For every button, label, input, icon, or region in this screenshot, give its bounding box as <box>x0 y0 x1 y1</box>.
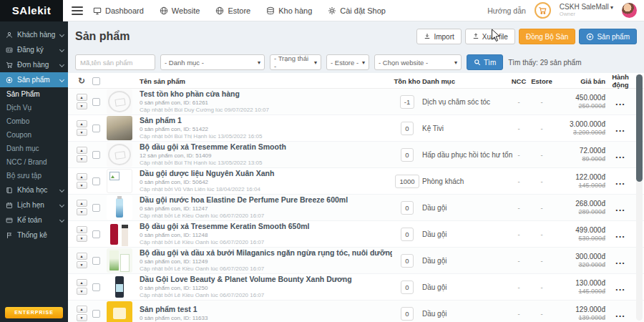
product-name[interactable]: Dầu gội dược liệu Nguyên Xuân Xanh <box>140 169 392 178</box>
sync-marketplace-button[interactable]: Đồng Bộ Sàn <box>519 29 576 44</box>
move-up-button[interactable]: ▲ <box>77 226 87 233</box>
stock-input[interactable]: 0 <box>401 122 413 135</box>
product-name[interactable]: Bộ dầu gội xả Tresemme Keratin Smooth 65… <box>140 222 392 231</box>
website-select[interactable]: - Chọn website -▾ <box>374 54 462 70</box>
product-name[interactable]: Bộ dầu gội và dầu xả bưởi Milaganics ngă… <box>140 248 392 258</box>
row-checkbox[interactable] <box>92 151 100 159</box>
move-up-button[interactable]: ▲ <box>77 147 87 154</box>
product-name[interactable]: Sản phẩm 1 <box>140 116 392 125</box>
stock-input[interactable]: 0 <box>401 254 413 268</box>
submenu-coupon[interactable]: Coupon <box>0 128 68 142</box>
scrollbar-thumb[interactable] <box>636 74 643 182</box>
sidebar-item-san-pham[interactable]: Sản phẩm <box>0 72 68 87</box>
move-up-button[interactable]: ▲ <box>77 94 87 101</box>
stock-input[interactable]: 0 <box>401 280 413 294</box>
row-actions-button[interactable]: ... <box>613 206 628 215</box>
submenu-dich-vu[interactable]: Dịch Vụ <box>0 101 68 114</box>
refresh-icon[interactable]: ↻ <box>72 76 91 86</box>
product-name[interactable]: Dầu Gội Love Beauty & Planet Volume Boun… <box>140 275 392 284</box>
add-product-button[interactable]: Sản phẩm <box>579 29 637 44</box>
table-row: ▲ ▼ Bộ dầu gội và dầu xả bưởi Milaganics… <box>68 248 644 274</box>
move-up-button[interactable]: ▲ <box>77 200 87 207</box>
move-down-button[interactable]: ▼ <box>77 155 87 162</box>
topnav-warehouse[interactable]: Kho hàng <box>266 6 312 15</box>
stock-input[interactable]: 0 <box>401 148 413 162</box>
move-down-button[interactable]: ▼ <box>77 288 87 295</box>
sidebar-item-don-hang[interactable]: Đơn hàng <box>0 57 68 72</box>
globe-icon <box>160 6 168 15</box>
move-up-button[interactable]: ▲ <box>77 253 87 260</box>
product-estore: - <box>530 98 554 106</box>
category-select[interactable]: - Danh mục -▾ <box>160 54 265 70</box>
sidebar-item-khoa-hoc[interactable]: Khóa học <box>0 182 68 197</box>
product-name[interactable]: Test tồn kho phần cửa hàng <box>140 89 392 99</box>
move-down-button[interactable]: ▼ <box>77 208 87 215</box>
row-actions-button[interactable]: ... <box>613 100 628 109</box>
stock-input[interactable]: 1000 <box>395 175 419 188</box>
stock-input[interactable]: 0 <box>401 307 413 321</box>
cart-circle-icon[interactable] <box>535 2 551 19</box>
sidebar-item-thong-ke[interactable]: Thống kê <box>0 228 68 243</box>
row-actions-button[interactable]: ... <box>613 233 628 241</box>
product-old-price: 89.000đ <box>555 155 605 164</box>
move-down-button[interactable]: ▼ <box>77 261 87 268</box>
menu-toggle-icon[interactable] <box>72 4 83 17</box>
sidebar-item-lich-hen[interactable]: Lịch hẹn <box>0 197 68 213</box>
move-down-button[interactable]: ▼ <box>77 182 87 189</box>
estore-select[interactable]: - Estore -▾ <box>326 54 369 70</box>
row-actions-button[interactable]: ... <box>613 259 628 268</box>
sidebar-item-khach-hang[interactable]: Khách hàng <box>0 27 68 42</box>
row-checkbox[interactable] <box>92 257 100 265</box>
app-logo[interactable]: SAlekit <box>0 0 63 21</box>
topnav-website[interactable]: Website <box>160 6 200 15</box>
submenu-ncc-brand[interactable]: NCC / Brand <box>0 155 68 169</box>
row-checkbox[interactable] <box>92 125 100 132</box>
row-checkbox[interactable] <box>92 283 100 291</box>
row-checkbox[interactable] <box>92 204 100 212</box>
topnav-shop-settings[interactable]: Cài đặt Shop <box>328 6 386 15</box>
topnav-estore[interactable]: Estore <box>215 6 250 15</box>
move-down-button[interactable]: ▼ <box>77 129 87 136</box>
move-down-button[interactable]: ▼ <box>77 235 87 242</box>
row-actions-button[interactable]: ... <box>613 180 628 188</box>
submenu-bo-suu-tap[interactable]: Bộ sưu tập <box>0 169 68 182</box>
row-checkbox[interactable] <box>92 98 100 106</box>
enterprise-badge[interactable]: ENTERPRISE <box>5 307 63 318</box>
import-button[interactable]: Import <box>416 29 461 44</box>
row-checkbox[interactable] <box>92 230 100 238</box>
product-name[interactable]: Sản phẩm test 1 <box>140 305 392 314</box>
row-actions-button[interactable]: ... <box>613 127 628 135</box>
scrollbar-track[interactable] <box>636 74 643 321</box>
select-all-checkbox[interactable] <box>92 77 100 85</box>
move-up-button[interactable]: ▲ <box>77 279 87 286</box>
row-actions-button[interactable]: ... <box>613 286 628 294</box>
row-actions-button[interactable]: ... <box>613 153 628 162</box>
submenu-danh-muc[interactable]: Danh mục <box>0 142 68 155</box>
move-up-button[interactable]: ▲ <box>77 306 87 313</box>
move-up-button[interactable]: ▲ <box>77 173 87 180</box>
avatar[interactable] <box>622 3 637 18</box>
status-select[interactable]: - Trạng thái -▾ <box>270 54 321 70</box>
search-input[interactable] <box>75 54 155 70</box>
submenu-san-pham[interactable]: Sản Phẩm <box>0 87 68 101</box>
move-down-button[interactable]: ▼ <box>77 102 87 109</box>
row-actions-button[interactable]: ... <box>613 312 628 321</box>
export-file-button[interactable]: Xuất file <box>465 29 515 44</box>
account-menu[interactable]: CSKH SaleMall Owner <box>560 3 613 17</box>
submenu-combo[interactable]: Combo <box>0 114 68 128</box>
topnav-dashboard[interactable]: Dashboard <box>93 6 144 15</box>
help-link[interactable]: Hướng dẫn <box>487 6 526 15</box>
row-checkbox[interactable] <box>92 177 100 185</box>
product-name[interactable]: Dầu gội nước hoa Elastine De Perfume Pur… <box>140 195 392 205</box>
stock-input[interactable]: -1 <box>400 95 414 109</box>
table-row: ▲ ▼ Test tồn kho phần cửa hàng 0 sản phẩ… <box>68 89 644 115</box>
product-name[interactable]: Bộ dầu gội xả Tresemme Keratin Smooth <box>140 142 392 152</box>
stock-input[interactable]: 0 <box>401 228 413 241</box>
search-button[interactable]: Tìm <box>467 54 503 70</box>
move-down-button[interactable]: ▼ <box>77 314 87 321</box>
sidebar-item-dang-ky[interactable]: Đăng ký <box>0 42 68 57</box>
move-up-button[interactable]: ▲ <box>77 120 87 127</box>
sidebar-item-ke-toan[interactable]: Kế toán <box>0 213 68 228</box>
stock-input[interactable]: 0 <box>401 201 413 215</box>
row-checkbox[interactable] <box>92 310 100 318</box>
